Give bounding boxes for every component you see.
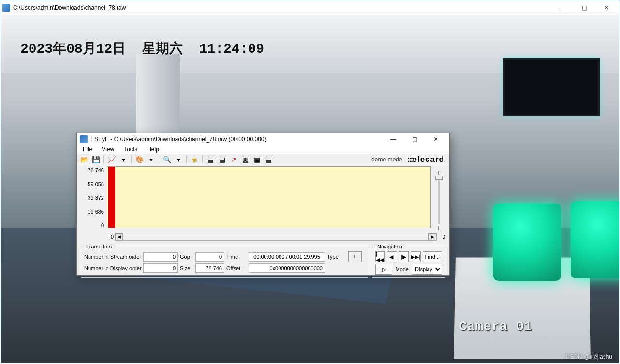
toolbar-separator: [159, 155, 159, 164]
grid-1-icon[interactable]: ▦: [205, 154, 216, 165]
toolbar-separator: [131, 155, 132, 164]
arrow-icon[interactable]: ↗: [228, 154, 239, 165]
zoom-icon[interactable]: 🔍: [162, 154, 172, 165]
vertical-zoom-slider[interactable]: ┬ ┴: [432, 166, 445, 233]
gop-label: Gop: [180, 254, 193, 260]
slider-top-cap: ┬: [437, 167, 441, 174]
toolbar: 📂 💾 📈 ▾ 🎨 ▾ 🔍 ▾ ◉ ▦ ▤ ↗ ▩ ▦ ▦ demo mode …: [77, 154, 449, 165]
dropdown-3-icon[interactable]: ▾: [173, 154, 184, 165]
frame-info-legend: Frame Info: [84, 244, 114, 249]
scroll-right-icon[interactable]: ▶: [428, 233, 436, 240]
nav-last-button[interactable]: ▶▶|: [411, 251, 421, 262]
toolbar-separator: [103, 155, 104, 164]
outer-titlebar: C:\Users\admin\Downloads\channel_78.raw …: [0, 0, 620, 15]
outer-maximize-button[interactable]: ▢: [573, 0, 595, 15]
grid-3-icon[interactable]: ▩: [240, 154, 251, 165]
outer-minimize-button[interactable]: —: [551, 0, 573, 15]
display-order-value: 0: [143, 263, 178, 273]
toolbar-separator: [186, 155, 187, 164]
menu-tools[interactable]: Tools: [122, 145, 139, 154]
target-icon[interactable]: ◉: [189, 154, 200, 165]
vslider-thumb[interactable]: [435, 176, 443, 180]
y-tick: 19 686: [88, 209, 104, 215]
eseye-window: ESEyE - C:\Users\admin\Downloads\channel…: [76, 133, 450, 276]
grid-4-icon[interactable]: ▦: [263, 154, 274, 165]
scene-chair-1: [493, 204, 561, 281]
x-min-label: 0: [106, 234, 114, 240]
dialog-titlebar: ESEyE - C:\Users\admin\Downloads\channel…: [77, 133, 449, 145]
y-tick: 59 058: [88, 181, 104, 187]
frame-size-bar: [108, 167, 115, 228]
offset-value: 0x0000000000000000: [249, 263, 325, 273]
display-order-label: Number in Display order: [84, 265, 141, 271]
chart-area: 78 746 59 058 39 372 19 686 0 ┬ ┴: [77, 165, 449, 233]
mode-label: Mode: [394, 266, 410, 272]
osd-camera-label: Camera 01: [459, 319, 532, 334]
csdn-watermark: CSDN @xiejiashu: [566, 353, 612, 360]
offset-label: Offset: [226, 265, 247, 271]
demo-mode-label: demo mode: [371, 156, 402, 163]
outer-close-button[interactable]: ✕: [595, 0, 618, 15]
frame-type-button[interactable]: I: [348, 251, 362, 262]
step-back-icon: ◀|: [389, 254, 395, 260]
grid-2-icon[interactable]: ▤: [217, 154, 227, 165]
dropdown-2-icon[interactable]: ▾: [146, 154, 156, 165]
y-tick: 39 372: [88, 195, 104, 201]
scene-chair-2: [571, 201, 619, 278]
x-max-label: 0: [438, 234, 445, 240]
find-button[interactable]: Find...: [423, 251, 442, 262]
nav-first-button[interactable]: |◀◀: [375, 251, 385, 262]
step-forward-icon: |▶: [401, 254, 406, 260]
skip-first-icon: |◀◀: [376, 251, 384, 263]
size-value: 78 746: [195, 263, 224, 273]
app-icon: [2, 4, 10, 12]
dropdown-1-icon[interactable]: ▾: [118, 154, 129, 165]
menubar: File View Tools Help: [77, 145, 449, 154]
time-value: 00:00:00.000 / 00:01:29.995: [249, 252, 325, 262]
vslider-track[interactable]: [438, 176, 440, 224]
y-tick: 0: [101, 222, 104, 228]
chart-type-icon[interactable]: 📈: [106, 154, 117, 165]
open-icon[interactable]: 📂: [79, 154, 89, 165]
navigation-legend: Navigation: [375, 244, 404, 249]
dialog-title: ESEyE - C:\Users\admin\Downloads\channel…: [90, 136, 383, 143]
plot-canvas[interactable]: [107, 166, 431, 228]
horizontal-scrollbar[interactable]: ◀ ▶: [115, 233, 437, 241]
eseye-app-icon: [80, 135, 88, 143]
brand-logo: :::elecard: [407, 155, 444, 164]
y-axis: 78 746 59 058 39 372 19 686 0: [79, 166, 106, 233]
bottom-panel: Frame Info Number in Stream order 0 Gop …: [77, 241, 449, 282]
color-palette-icon[interactable]: 🎨: [134, 154, 145, 165]
nav-prev-button[interactable]: ◀|: [387, 251, 397, 262]
time-label: Time: [226, 254, 247, 260]
dialog-close-button[interactable]: ✕: [425, 133, 446, 145]
dialog-maximize-button[interactable]: ▢: [404, 133, 425, 145]
scene-wall-screen: [503, 58, 600, 116]
gop-value: 0: [195, 252, 224, 262]
menu-view[interactable]: View: [100, 145, 116, 154]
type-label: Type: [327, 254, 346, 260]
play-button[interactable]: ▷: [375, 264, 392, 275]
menu-help[interactable]: Help: [145, 145, 161, 154]
save-icon[interactable]: 💾: [90, 154, 101, 165]
toolbar-separator: [202, 155, 203, 164]
grid-color-icon[interactable]: ▦: [251, 154, 262, 165]
nav-next-button[interactable]: |▶: [399, 251, 409, 262]
size-label: Size: [180, 265, 193, 271]
dialog-minimize-button[interactable]: —: [383, 133, 404, 145]
slider-bottom-cap: ┴: [437, 226, 441, 233]
navigation-group: Navigation |◀◀ ◀| |▶ ▶▶| Find... ▷ Mode …: [372, 244, 445, 278]
stream-order-label: Number in Stream order: [84, 254, 141, 260]
mode-select[interactable]: Display: [412, 264, 442, 275]
x-scroll-row: 0 ◀ ▶ 0: [77, 233, 449, 241]
y-tick: 78 746: [88, 167, 104, 173]
osd-datetime: 2023年08月12日 星期六 11:24:09: [20, 39, 264, 58]
outer-window-title: C:\Users\admin\Downloads\channel_78.raw: [13, 4, 551, 11]
frame-info-group: Frame Info Number in Stream order 0 Gop …: [81, 244, 368, 278]
play-icon: ▷: [382, 266, 386, 273]
skip-last-icon: ▶▶|: [411, 254, 420, 260]
menu-file[interactable]: File: [81, 145, 94, 154]
stream-order-value: 0: [143, 252, 178, 262]
scroll-left-icon[interactable]: ◀: [115, 233, 123, 240]
